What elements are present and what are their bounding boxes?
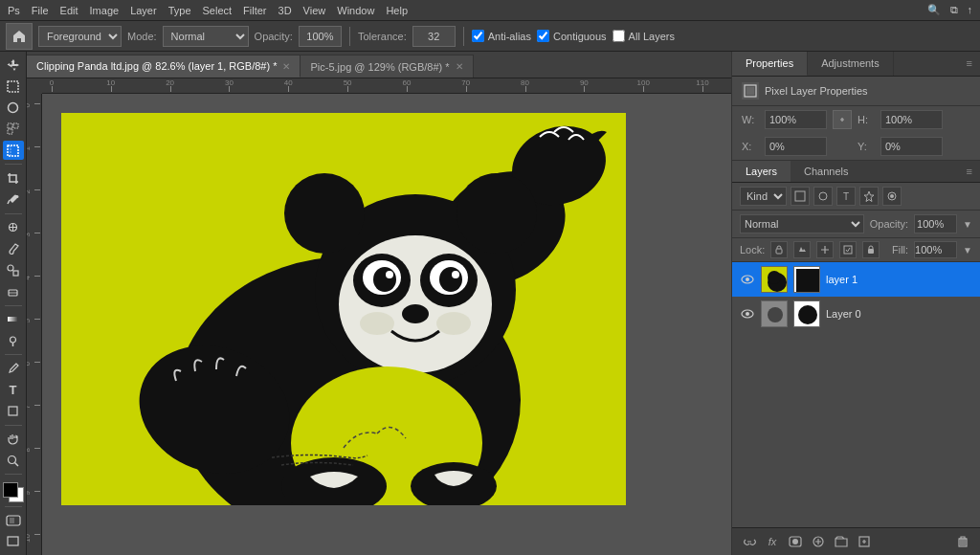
filter-smart-btn[interactable] xyxy=(882,187,902,206)
menu-3d[interactable]: 3D xyxy=(278,5,292,16)
menu-image[interactable]: Image xyxy=(90,5,120,16)
menu-edit[interactable]: Edit xyxy=(60,5,78,16)
prop-link-btn[interactable] xyxy=(833,110,852,129)
svg-rect-62 xyxy=(796,269,819,292)
lock-transparency-btn[interactable] xyxy=(770,241,788,258)
pen-tool[interactable] xyxy=(3,359,24,378)
mode-label: Mode: xyxy=(127,31,157,42)
new-group-btn[interactable] xyxy=(832,532,851,551)
lock-all-btn[interactable] xyxy=(862,241,880,258)
clone-tool[interactable] xyxy=(3,260,24,279)
menu-type[interactable]: Type xyxy=(168,5,191,16)
eyedropper-tool[interactable] xyxy=(3,190,24,210)
home-button[interactable] xyxy=(6,23,33,50)
tab-2-label: Pic-5.jpg @ 129% (RGB/8#) * xyxy=(310,61,449,73)
mode-dropdown[interactable]: Normal xyxy=(163,26,249,47)
lock-position-btn[interactable] xyxy=(816,241,834,258)
filter-shape-btn[interactable] xyxy=(859,187,879,206)
properties-panel-menu[interactable]: ≡ xyxy=(959,52,980,76)
svg-rect-54 xyxy=(844,246,852,254)
svg-rect-0 xyxy=(8,81,18,92)
svg-point-68 xyxy=(798,305,817,324)
menu-filter[interactable]: Filter xyxy=(243,5,266,16)
share-icon[interactable]: ↑ xyxy=(968,4,973,16)
prop-x-input[interactable] xyxy=(765,137,827,156)
tab-2-close[interactable]: ✕ xyxy=(456,61,463,72)
add-adjustment-btn[interactable] xyxy=(809,532,828,551)
layers-tab[interactable]: Layers xyxy=(732,161,791,182)
foreground-color-swatch[interactable] xyxy=(3,482,18,498)
search-icon[interactable]: 🔍 xyxy=(927,4,941,16)
dodge-tool[interactable] xyxy=(3,331,24,350)
layer-1-visibility[interactable] xyxy=(740,272,755,287)
anti-alias-checkbox[interactable] xyxy=(472,30,484,42)
shape-tool[interactable] xyxy=(3,402,24,421)
menu-file[interactable]: File xyxy=(32,5,49,16)
selection-tool[interactable] xyxy=(3,141,24,160)
menu-layer[interactable]: Layer xyxy=(130,5,157,16)
fill-input[interactable] xyxy=(914,241,957,258)
filter-type-btn[interactable]: T xyxy=(836,187,856,206)
workspace-icon[interactable]: ⧉ xyxy=(950,4,958,16)
fill-dropdown-arrow[interactable]: ▼ xyxy=(963,245,972,255)
menu-select[interactable]: Select xyxy=(203,5,233,16)
menu-view[interactable]: View xyxy=(303,5,326,16)
magic-wand-tool[interactable] xyxy=(3,120,24,139)
blend-mode-select[interactable]: Normal xyxy=(740,214,864,233)
opacity-dropdown-arrow[interactable]: ▼ xyxy=(963,219,972,230)
marquee-tool[interactable] xyxy=(3,77,24,96)
heal-tool[interactable] xyxy=(3,218,24,237)
menu-ps[interactable]: Ps xyxy=(8,5,20,16)
tab-1[interactable]: Clipping Panda ltd.jpg @ 82.6% (layer 1,… xyxy=(27,55,301,78)
fx-btn[interactable]: fx xyxy=(763,532,782,551)
tab-2[interactable]: Pic-5.jpg @ 129% (RGB/8#) * ✕ xyxy=(301,55,473,78)
zoom-tool[interactable] xyxy=(3,451,24,470)
all-layers-checkbox[interactable] xyxy=(612,30,625,42)
layer-opacity-input[interactable] xyxy=(914,214,957,233)
all-layers-label: All Layers xyxy=(629,31,675,42)
filter-adj-btn[interactable] xyxy=(813,187,833,206)
prop-w-label: W: xyxy=(742,114,759,125)
brush-tool[interactable] xyxy=(3,239,24,258)
new-layer-btn[interactable] xyxy=(855,532,874,551)
document-canvas[interactable] xyxy=(61,113,626,505)
prop-y-input[interactable] xyxy=(880,137,943,156)
prop-w-input[interactable] xyxy=(765,110,827,129)
adjustments-tab[interactable]: Adjustments xyxy=(808,52,894,76)
properties-tab[interactable]: Properties xyxy=(732,52,808,76)
tool-dropdown[interactable]: Foreground xyxy=(38,26,122,47)
add-mask-btn[interactable] xyxy=(786,532,805,551)
canvas-content[interactable] xyxy=(42,94,731,555)
opacity-input[interactable] xyxy=(299,26,342,47)
lasso-tool[interactable] xyxy=(3,99,24,118)
lock-artboard-btn[interactable] xyxy=(839,241,857,258)
tolerance-input[interactable] xyxy=(412,26,456,47)
tab-1-close[interactable]: ✕ xyxy=(282,61,290,72)
layer-item-1[interactable]: layer 1 xyxy=(732,262,980,297)
gradient-tool[interactable] xyxy=(3,310,24,329)
hand-tool[interactable] xyxy=(3,430,24,449)
tolerance-label: Tolerance: xyxy=(358,31,407,42)
lock-image-btn[interactable] xyxy=(793,241,811,258)
link-layers-btn[interactable] xyxy=(740,532,759,551)
opacity-label: Opacity: xyxy=(255,31,293,42)
crop-tool[interactable] xyxy=(3,168,24,188)
menu-window[interactable]: Window xyxy=(337,5,374,16)
contiguous-checkbox[interactable] xyxy=(537,30,549,42)
type-tool[interactable]: T xyxy=(3,380,24,399)
quick-mask-btn[interactable] xyxy=(3,511,24,530)
delete-layer-btn[interactable] xyxy=(953,532,972,551)
layer-0-visibility[interactable] xyxy=(740,306,755,322)
svg-point-31 xyxy=(284,173,365,254)
color-swatches[interactable] xyxy=(3,482,24,501)
layer-item-0[interactable]: Layer 0 xyxy=(732,297,980,331)
menu-help[interactable]: Help xyxy=(386,5,408,16)
layers-panel-menu-btn[interactable]: ≡ xyxy=(959,161,980,182)
eraser-tool[interactable] xyxy=(3,282,24,301)
filter-pixel-btn[interactable] xyxy=(791,187,810,206)
layer-filter-select[interactable]: Kind xyxy=(740,187,787,206)
prop-h-input[interactable] xyxy=(880,110,943,129)
channels-tab[interactable]: Channels xyxy=(791,161,861,182)
screen-mode-btn[interactable] xyxy=(3,532,24,551)
move-tool[interactable] xyxy=(3,56,24,75)
